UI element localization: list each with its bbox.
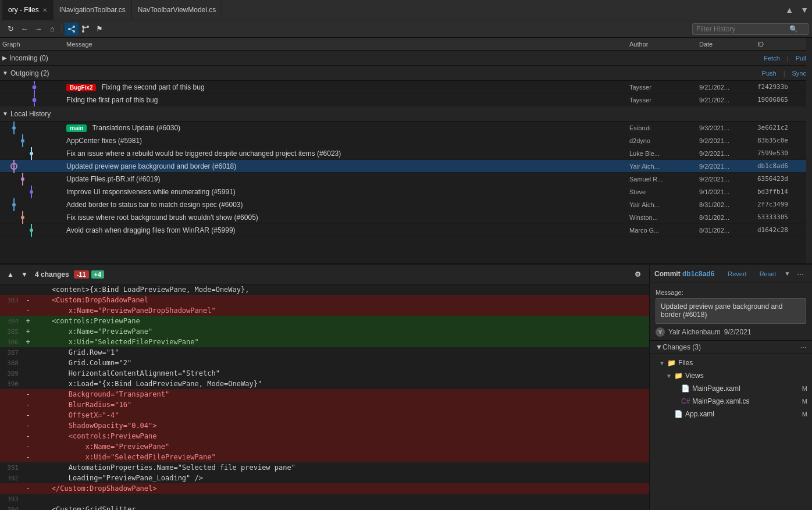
commit-row-7[interactable]: Fix issue where root background brush wo…	[0, 211, 812, 224]
commit-row-5[interactable]: Improve UI responsiveness while enumerat…	[0, 186, 812, 198]
outgoing-commit-0[interactable]: BugFix2 Fixing the second part of this b…	[0, 81, 812, 94]
reset-button[interactable]: Reset	[755, 269, 781, 279]
outgoing-section-header[interactable]: ▼ Outgoing (2) Push | Sync	[0, 66, 812, 81]
close-tab-icon[interactable]: ✕	[42, 7, 47, 13]
id-col-0: 3e6621c2	[757, 124, 810, 131]
graph-col-2	[2, 147, 66, 160]
diff-line-10[interactable]: - Background="Transparent"	[0, 389, 649, 400]
incoming-section-header[interactable]: ▶ Incoming (0) Fetch | Pull	[0, 51, 812, 66]
diff-content-17: AutomationProperties.Name="Selected file…	[33, 463, 649, 472]
graph-cell-o1	[2, 94, 66, 106]
changes-more-icon[interactable]: ···	[800, 343, 806, 351]
prev-commit-btn[interactable]: ▲	[5, 269, 16, 280]
diff-content-14: <controls:PreviewPane	[33, 432, 649, 440]
fetch-button[interactable]: Fetch	[760, 54, 783, 62]
diff-marker-12: -	[23, 411, 33, 419]
diff-line-11[interactable]: - BlurRadius="16"	[0, 400, 649, 410]
commit-row-0[interactable]: main Translations Update (#6030) Esibrut…	[0, 122, 812, 134]
tree-item-2[interactable]: 📄MainPage.xamlM	[650, 382, 812, 395]
date-col-0: 9/3/2021...	[699, 124, 757, 131]
top-panel-scrollbar[interactable]	[806, 38, 812, 263]
svg-point-27	[12, 203, 16, 206]
refresh-btn[interactable]: ↻	[3, 23, 17, 35]
diff-line-21[interactable]: 394 <Custom:GridSplitter	[0, 504, 649, 510]
nav-buttons: ▲ ▼	[5, 269, 30, 280]
commit-row-1[interactable]: AppCenter fixes (#5981) d2dyno 9/2/2021.…	[0, 134, 812, 147]
branch-btn[interactable]	[79, 23, 92, 35]
diff-line-12[interactable]: - OffsetX="-4"	[0, 410, 649, 420]
svg-point-1	[73, 26, 75, 28]
author-col-4: Samuel R...	[629, 176, 699, 183]
date-col-2: 9/2/2021...	[699, 150, 757, 157]
home-btn[interactable]: ⌂	[45, 23, 59, 35]
filter-input[interactable]	[696, 25, 789, 33]
tag-btn[interactable]: ⚑	[92, 23, 106, 35]
date-cell-o1: 9/21/202...	[699, 97, 757, 104]
toolbar: ↻ ← → ⌂ ⚑ 🔍	[0, 20, 812, 38]
diff-line-17[interactable]: 391 AutomationProperties.Name="Selected …	[0, 462, 649, 473]
tree-item-1[interactable]: ▼📁Views	[650, 369, 812, 382]
message-col-5: Improve UI responsiveness while enumerat…	[66, 188, 629, 196]
tab-navtoolbarvm[interactable]: NavToolbarViewModel.cs	[132, 0, 223, 20]
commit-date: 9/2/2021	[724, 328, 752, 336]
diff-line-5[interactable]: 386+ x:Uid="SelectedFilePreviewPane"	[0, 337, 649, 347]
diff-area[interactable]: <content>{x:Bind LoadPreviewPane, Mode=O…	[0, 284, 649, 510]
settings-icon[interactable]: ⚙	[631, 268, 644, 281]
svg-point-7	[87, 26, 89, 28]
sidebar-more-icon[interactable]: ···	[793, 268, 807, 280]
message-cell-o1: Fixing the first part of this bug	[66, 96, 629, 104]
diff-line-4[interactable]: 385+ x:Name="PreviewPane"	[0, 326, 649, 337]
author-row: Y Yair Aichenbaum 9/2/2021	[656, 327, 806, 337]
diff-line-14[interactable]: - <controls:PreviewPane	[0, 431, 649, 441]
push-button[interactable]: Push	[758, 69, 780, 77]
tab-inavtoolbar[interactable]: INavigationToolbar.cs	[54, 0, 132, 20]
diff-line-19[interactable]: - </Custom:DropShadowPanel>	[0, 483, 649, 494]
diff-content-21: <Custom:GridSplitter	[33, 505, 649, 510]
back-btn[interactable]: ←	[17, 23, 31, 35]
diff-line-16[interactable]: - x:Uid="SelectedFilePreviewPane"	[0, 452, 649, 462]
diff-linenum-7: 388	[0, 359, 23, 367]
tab-navtoolbarvm-label: NavToolbarViewModel.cs	[138, 6, 216, 14]
diff-line-0[interactable]: <content>{x:Bind LoadPreviewPane, Mode=O…	[0, 284, 649, 295]
diff-line-1[interactable]: 383- <Custom:DropShadowPanel	[0, 295, 649, 305]
diff-line-6[interactable]: 387 Grid.Row="1"	[0, 347, 649, 358]
outgoing-commit-1[interactable]: Fixing the first part of this bug Taysse…	[0, 94, 812, 106]
author-col-6: Yair Aich...	[629, 201, 699, 208]
column-headers: Graph Message Author Date ID	[0, 38, 812, 51]
diff-line-9[interactable]: 390 x:Load="{x:Bind LoadPreviewPane, Mod…	[0, 379, 649, 389]
commit-row-2[interactable]: Fix an issue where a rebuild would be tr…	[0, 147, 812, 160]
bottom-area: ▲ ▼ 4 changes -11 +4 ⚙ <content>{x:Bind …	[0, 265, 812, 510]
diff-line-2[interactable]: - x:Name="PreviewPaneDropShadowPanel"	[0, 305, 649, 316]
commit-row-6[interactable]: Added border to status bar to match desi…	[0, 198, 812, 211]
graph-col-5	[2, 186, 66, 198]
commit-row-3[interactable]: Updated preview pane background and bord…	[0, 160, 812, 173]
graph-col-3	[2, 160, 66, 173]
tree-item-4[interactable]: 📄App.xamlM	[650, 408, 812, 420]
tree-item-3[interactable]: C#MainPage.xaml.csM	[650, 395, 812, 408]
commit-row-4[interactable]: Update Files.pt-BR.xlf (#6019) Samuel R.…	[0, 173, 812, 186]
tab-scroll-left-icon[interactable]: ▲	[782, 5, 797, 15]
local-history-section-header[interactable]: ▼ Local History	[0, 106, 812, 122]
graph-btn[interactable]	[65, 23, 79, 35]
diff-line-8[interactable]: 389 HorizontalContentAlignment="Stretch"	[0, 368, 649, 379]
incoming-arrow-icon: ▶	[2, 55, 7, 61]
forward-btn[interactable]: →	[31, 23, 45, 35]
diff-content-3: <controls:PreviewPane	[33, 317, 649, 325]
next-commit-btn[interactable]: ▼	[19, 269, 30, 280]
reset-dropdown-icon[interactable]: ▼	[784, 270, 790, 277]
panel-actions: ⚙	[631, 268, 644, 281]
sidebar-commit-title: Commit db1c8ad6	[654, 270, 714, 278]
author-col-2: Luke Ble...	[629, 150, 699, 157]
tree-item-0[interactable]: ▼📁Files	[650, 356, 812, 369]
diff-line-15[interactable]: - x:Name="PreviewPane"	[0, 441, 649, 452]
diff-line-20[interactable]: 393	[0, 494, 649, 504]
diff-line-18[interactable]: 392 Loading="PreviewPane_Loading" />	[0, 473, 649, 483]
commit-row-8[interactable]: Avoid crash when dragging files from Win…	[0, 224, 812, 237]
diff-line-13[interactable]: - ShadowOpacity="0.04">	[0, 420, 649, 431]
diff-line-7[interactable]: 388 Grid.Column="2"	[0, 358, 649, 368]
revert-button[interactable]: Revert	[723, 269, 751, 279]
tab-history-files[interactable]: ory - Files ✕	[2, 0, 54, 20]
tab-scroll-right-icon[interactable]: ▼	[797, 5, 812, 15]
plus-badge: +4	[91, 270, 105, 279]
diff-line-3[interactable]: 384+ <controls:PreviewPane	[0, 316, 649, 326]
